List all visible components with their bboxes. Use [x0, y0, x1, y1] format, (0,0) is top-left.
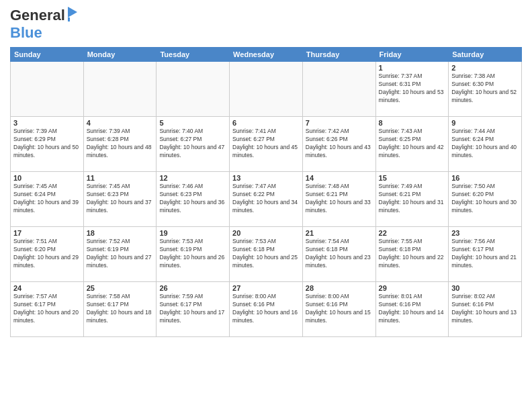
day-number: 13 [232, 174, 300, 182]
day-info: Sunrise: 7:40 AMSunset: 6:27 PMDaylight:… [159, 128, 226, 160]
calendar-cell: 6Sunrise: 7:41 AMSunset: 6:27 PMDaylight… [230, 117, 303, 172]
calendar-week-3: 17Sunrise: 7:51 AMSunset: 6:20 PMDayligh… [11, 227, 522, 282]
calendar-cell [157, 62, 230, 117]
day-number: 22 [379, 229, 446, 237]
day-number: 21 [306, 229, 373, 237]
logo-blue: Blue [10, 24, 42, 41]
day-info: Sunrise: 7:47 AMSunset: 6:22 PMDaylight:… [232, 183, 300, 215]
day-info: Sunrise: 8:02 AMSunset: 6:16 PMDaylight:… [451, 293, 519, 325]
day-number: 15 [379, 174, 446, 182]
calendar-cell: 20Sunrise: 7:53 AMSunset: 6:18 PMDayligh… [230, 227, 303, 282]
day-info: Sunrise: 7:41 AMSunset: 6:27 PMDaylight:… [232, 128, 300, 160]
calendar-cell: 3Sunrise: 7:39 AMSunset: 6:29 PMDaylight… [11, 117, 84, 172]
day-info: Sunrise: 7:45 AMSunset: 6:23 PMDaylight:… [87, 183, 154, 215]
page: GeneralBlue SundayMondayTuesdayWednesday… [0, 0, 532, 411]
calendar-cell: 28Sunrise: 8:00 AMSunset: 6:16 PMDayligh… [302, 282, 375, 337]
day-number: 5 [159, 119, 226, 127]
calendar-header-row: SundayMondayTuesdayWednesdayThursdayFrid… [11, 48, 522, 62]
calendar-cell: 26Sunrise: 7:59 AMSunset: 6:17 PMDayligh… [157, 282, 230, 337]
calendar-cell: 17Sunrise: 7:51 AMSunset: 6:20 PMDayligh… [11, 227, 84, 282]
calendar-header-wednesday: Wednesday [230, 48, 303, 62]
day-number: 11 [87, 174, 154, 182]
calendar-header-monday: Monday [83, 48, 157, 62]
day-info: Sunrise: 7:39 AMSunset: 6:29 PMDaylight:… [13, 128, 81, 160]
calendar-cell [230, 62, 303, 117]
day-info: Sunrise: 7:50 AMSunset: 6:20 PMDaylight:… [451, 183, 519, 215]
day-number: 4 [87, 119, 154, 127]
calendar-cell: 22Sunrise: 7:55 AMSunset: 6:18 PMDayligh… [375, 227, 449, 282]
day-info: Sunrise: 8:00 AMSunset: 6:16 PMDaylight:… [232, 293, 300, 325]
calendar-cell: 15Sunrise: 7:49 AMSunset: 6:21 PMDayligh… [375, 172, 449, 227]
calendar-cell: 13Sunrise: 7:47 AMSunset: 6:22 PMDayligh… [230, 172, 303, 227]
day-number: 27 [232, 284, 300, 292]
calendar-table: SundayMondayTuesdayWednesdayThursdayFrid… [10, 47, 522, 337]
calendar-cell: 24Sunrise: 7:57 AMSunset: 6:17 PMDayligh… [11, 282, 84, 337]
calendar-cell: 11Sunrise: 7:45 AMSunset: 6:23 PMDayligh… [83, 172, 157, 227]
calendar-cell [11, 62, 84, 117]
calendar-cell: 16Sunrise: 7:50 AMSunset: 6:20 PMDayligh… [449, 172, 522, 227]
calendar-cell: 19Sunrise: 7:53 AMSunset: 6:19 PMDayligh… [157, 227, 230, 282]
day-info: Sunrise: 7:53 AMSunset: 6:19 PMDaylight:… [159, 238, 226, 270]
calendar-cell: 4Sunrise: 7:39 AMSunset: 6:28 PMDaylight… [83, 117, 157, 172]
logo-icon [68, 7, 79, 21]
calendar-cell: 10Sunrise: 7:45 AMSunset: 6:24 PMDayligh… [11, 172, 84, 227]
header: GeneralBlue [10, 7, 522, 42]
day-number: 25 [87, 284, 154, 292]
calendar-header-saturday: Saturday [449, 48, 522, 62]
calendar-header-tuesday: Tuesday [157, 48, 230, 62]
calendar-cell: 30Sunrise: 8:02 AMSunset: 6:16 PMDayligh… [449, 282, 522, 337]
day-number: 24 [13, 284, 81, 292]
day-info: Sunrise: 7:52 AMSunset: 6:19 PMDaylight:… [87, 238, 154, 270]
calendar-cell: 23Sunrise: 7:56 AMSunset: 6:17 PMDayligh… [449, 227, 522, 282]
day-info: Sunrise: 7:46 AMSunset: 6:23 PMDaylight:… [159, 183, 226, 215]
day-number: 1 [379, 64, 446, 72]
day-info: Sunrise: 7:37 AMSunset: 6:31 PMDaylight:… [379, 73, 446, 105]
calendar-week-4: 24Sunrise: 7:57 AMSunset: 6:17 PMDayligh… [11, 282, 522, 337]
day-info: Sunrise: 7:55 AMSunset: 6:18 PMDaylight:… [379, 238, 446, 270]
day-info: Sunrise: 7:49 AMSunset: 6:21 PMDaylight:… [379, 183, 446, 215]
calendar-week-2: 10Sunrise: 7:45 AMSunset: 6:24 PMDayligh… [11, 172, 522, 227]
day-number: 9 [451, 119, 519, 127]
calendar-cell: 27Sunrise: 8:00 AMSunset: 6:16 PMDayligh… [230, 282, 303, 337]
calendar-cell: 14Sunrise: 7:48 AMSunset: 6:21 PMDayligh… [302, 172, 375, 227]
day-info: Sunrise: 7:58 AMSunset: 6:17 PMDaylight:… [87, 293, 154, 325]
day-number: 29 [379, 284, 446, 292]
calendar-cell: 29Sunrise: 8:01 AMSunset: 6:16 PMDayligh… [375, 282, 449, 337]
calendar-cell: 9Sunrise: 7:44 AMSunset: 6:24 PMDaylight… [449, 117, 522, 172]
day-info: Sunrise: 7:42 AMSunset: 6:26 PMDaylight:… [306, 128, 373, 160]
day-info: Sunrise: 7:39 AMSunset: 6:28 PMDaylight:… [87, 128, 154, 160]
day-number: 3 [13, 119, 81, 127]
calendar-cell [302, 62, 375, 117]
day-info: Sunrise: 7:45 AMSunset: 6:24 PMDaylight:… [13, 183, 81, 215]
day-info: Sunrise: 7:56 AMSunset: 6:17 PMDaylight:… [451, 238, 519, 270]
day-number: 8 [379, 119, 446, 127]
calendar-cell: 25Sunrise: 7:58 AMSunset: 6:17 PMDayligh… [83, 282, 157, 337]
day-number: 17 [13, 229, 81, 237]
calendar-cell: 5Sunrise: 7:40 AMSunset: 6:27 PMDaylight… [157, 117, 230, 172]
day-info: Sunrise: 7:38 AMSunset: 6:30 PMDaylight:… [451, 73, 519, 105]
svg-marker-0 [68, 7, 77, 17]
logo: GeneralBlue [10, 7, 65, 42]
logo-text: GeneralBlue [10, 7, 65, 41]
calendar-cell: 8Sunrise: 7:43 AMSunset: 6:25 PMDaylight… [375, 117, 449, 172]
day-number: 23 [451, 229, 519, 237]
day-number: 26 [159, 284, 226, 292]
day-number: 28 [306, 284, 373, 292]
day-number: 12 [159, 174, 226, 182]
day-number: 18 [87, 229, 154, 237]
calendar-cell: 2Sunrise: 7:38 AMSunset: 6:30 PMDaylight… [449, 62, 522, 117]
calendar-week-1: 3Sunrise: 7:39 AMSunset: 6:29 PMDaylight… [11, 117, 522, 172]
day-info: Sunrise: 7:48 AMSunset: 6:21 PMDaylight:… [306, 183, 373, 215]
day-info: Sunrise: 7:53 AMSunset: 6:18 PMDaylight:… [232, 238, 300, 270]
day-info: Sunrise: 8:00 AMSunset: 6:16 PMDaylight:… [306, 293, 373, 325]
day-number: 30 [451, 284, 519, 292]
calendar-cell: 18Sunrise: 7:52 AMSunset: 6:19 PMDayligh… [83, 227, 157, 282]
day-number: 19 [159, 229, 226, 237]
day-info: Sunrise: 7:57 AMSunset: 6:17 PMDaylight:… [13, 293, 81, 325]
calendar-header-thursday: Thursday [302, 48, 375, 62]
day-number: 2 [451, 64, 519, 72]
calendar-cell: 12Sunrise: 7:46 AMSunset: 6:23 PMDayligh… [157, 172, 230, 227]
svg-rect-1 [68, 17, 70, 21]
day-number: 16 [451, 174, 519, 182]
day-info: Sunrise: 7:54 AMSunset: 6:18 PMDaylight:… [306, 238, 373, 270]
